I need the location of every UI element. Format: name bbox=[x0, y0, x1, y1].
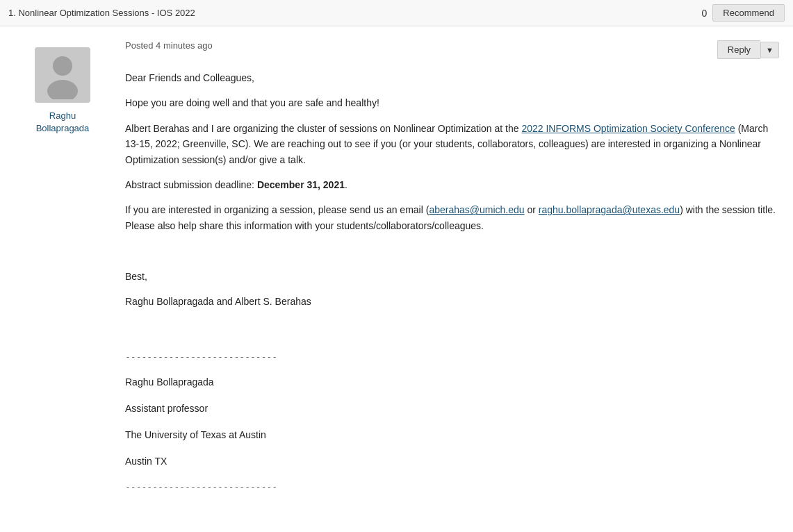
svg-point-0 bbox=[53, 56, 72, 76]
email-mid: or bbox=[525, 204, 539, 215]
greeting-text: Dear Friends and Colleagues, bbox=[125, 70, 779, 85]
deadline-pre: Abstract submission deadline: bbox=[125, 179, 257, 190]
reply-dropdown-button[interactable]: ▼ bbox=[760, 42, 779, 58]
recommend-count: 0 bbox=[702, 8, 708, 19]
avatar-icon bbox=[38, 51, 87, 99]
signature-names: Raghu Bollapragada and Albert S. Berahas bbox=[125, 294, 779, 309]
sig-name: Raghu Bollapragada bbox=[125, 374, 779, 391]
header-bar: 1. Nonlinear Optimization Sessions - IOS… bbox=[0, 0, 793, 26]
divider-2: ---------------------------- bbox=[125, 479, 779, 494]
conference-link[interactable]: 2022 INFORMS Optimization Society Confer… bbox=[521, 123, 735, 134]
post-title: 1. Nonlinear Optimization Sessions - IOS… bbox=[8, 8, 195, 18]
email-paragraph: If you are interested in organizing a se… bbox=[125, 202, 779, 233]
paragraph-1: Hope you are doing well and that you are… bbox=[125, 95, 779, 110]
post-timestamp: Posted 4 minutes ago bbox=[125, 40, 213, 51]
sig-title: Assistant professor bbox=[125, 401, 779, 417]
deadline-date: December 31, 2021 bbox=[257, 179, 345, 190]
email-link-1[interactable]: aberahas@umich.edu bbox=[429, 204, 524, 215]
post-container: Raghu Bollapragada Posted 4 minutes ago … bbox=[14, 40, 779, 504]
post-sidebar: Raghu Bollapragada bbox=[14, 40, 111, 504]
post-header: Posted 4 minutes ago Reply ▼ bbox=[125, 40, 779, 59]
divider-1: ---------------------------- bbox=[125, 349, 779, 365]
chevron-down-icon: ▼ bbox=[766, 46, 774, 54]
avatar bbox=[35, 47, 90, 103]
header-actions: 0 Recommend bbox=[702, 4, 785, 22]
main-content: Raghu Bollapragada Posted 4 minutes ago … bbox=[0, 26, 793, 532]
post-content-area: Posted 4 minutes ago Reply ▼ Dear Friend… bbox=[125, 40, 779, 504]
sig-divider-1 bbox=[125, 323, 779, 340]
sig-city: Austin TX bbox=[125, 454, 779, 470]
closing bbox=[125, 243, 779, 258]
paragraph-2: Albert Berahas and I are organizing the … bbox=[125, 121, 779, 167]
closing-text: Best, bbox=[125, 269, 779, 284]
signature-block: ---------------------------- Raghu Bolla… bbox=[125, 323, 779, 494]
email-link-2[interactable]: raghu.bollapragada@utexas.edu bbox=[539, 204, 680, 215]
post-body: Dear Friends and Colleagues, Hope you ar… bbox=[125, 70, 779, 494]
deadline-period: . bbox=[345, 179, 348, 190]
paragraph-2-pre: Albert Berahas and I are organizing the … bbox=[125, 123, 521, 134]
reply-area: Reply ▼ bbox=[717, 40, 779, 59]
deadline-paragraph: Abstract submission deadline: December 3… bbox=[125, 177, 779, 192]
recommend-button[interactable]: Recommend bbox=[712, 4, 785, 22]
svg-point-1 bbox=[47, 80, 78, 99]
sig-university: The University of Texas at Austin bbox=[125, 427, 779, 444]
reply-button[interactable]: Reply bbox=[717, 40, 760, 59]
author-link[interactable]: Raghu Bollapragada bbox=[36, 110, 90, 135]
email-pre: If you are interested in organizing a se… bbox=[125, 204, 429, 215]
author-name: Raghu Bollapragada bbox=[36, 110, 90, 135]
